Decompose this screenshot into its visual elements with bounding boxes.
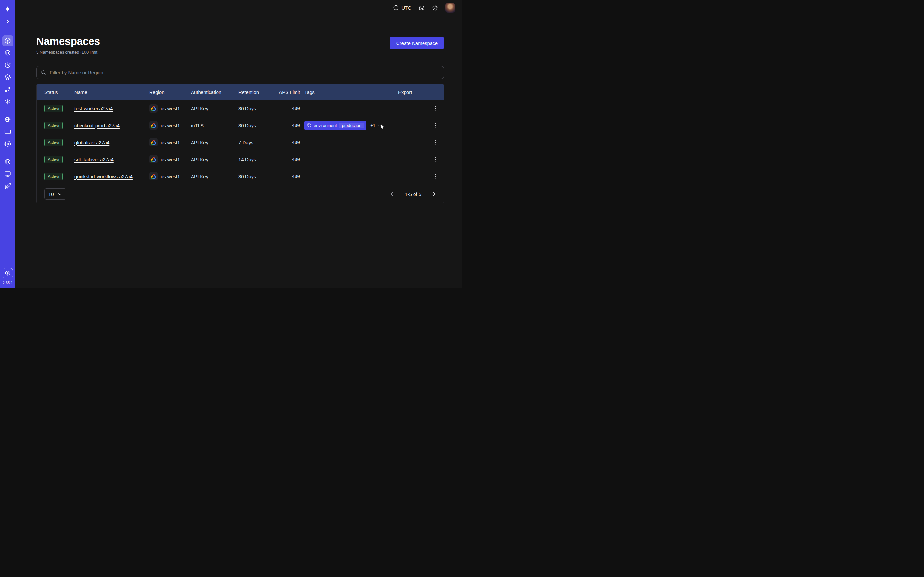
arrow-left-icon bbox=[390, 191, 397, 197]
row-menu-button[interactable] bbox=[431, 137, 441, 147]
retention-cell: 14 Days bbox=[238, 157, 276, 162]
aps-limit-cell: 400 bbox=[276, 157, 304, 162]
row-menu-button[interactable] bbox=[431, 121, 441, 130]
nav-support-button[interactable] bbox=[2, 156, 13, 167]
rocket-icon bbox=[5, 183, 11, 189]
auth-cell: API Key bbox=[191, 140, 238, 145]
tags-cell: environment production +1 bbox=[304, 121, 398, 130]
auth-cell: API Key bbox=[191, 157, 238, 162]
page-size-select[interactable]: 10 bbox=[44, 189, 66, 200]
nav-namespaces-button[interactable] bbox=[2, 35, 13, 46]
gcp-icon bbox=[149, 172, 158, 181]
tag-pill: environment production bbox=[304, 121, 367, 130]
pagination: 1-5 of 5 bbox=[390, 191, 436, 197]
table-footer: 10 1-5 of 5 bbox=[37, 185, 444, 203]
aps-limit-cell: 400 bbox=[276, 140, 304, 145]
nav-group-account bbox=[2, 113, 13, 150]
row-menu-button[interactable] bbox=[431, 103, 441, 113]
nav-globe-button[interactable] bbox=[2, 114, 13, 125]
page-content: Namespaces 5 Namespaces created (100 lim… bbox=[15, 15, 462, 203]
reader-mode-button[interactable] bbox=[418, 5, 425, 11]
filter-bar bbox=[36, 66, 444, 79]
column-header-region: Region bbox=[149, 89, 191, 95]
user-avatar[interactable] bbox=[445, 3, 455, 13]
create-namespace-button[interactable]: Create Namespace bbox=[390, 37, 444, 49]
target-icon bbox=[5, 50, 11, 56]
nav-group-support bbox=[2, 156, 13, 192]
region-cell: us-west1 bbox=[149, 104, 191, 113]
nav-history-button[interactable] bbox=[2, 60, 13, 71]
more-tags-button[interactable]: +1 bbox=[370, 123, 382, 128]
status-badge: Active bbox=[44, 139, 63, 146]
auth-cell: mTLS bbox=[191, 123, 238, 128]
gcp-icon bbox=[149, 104, 158, 113]
table-row: Active checkout-prod.a27a4 us-west1 mTLS… bbox=[37, 117, 444, 134]
tag-key: environment bbox=[314, 123, 337, 128]
namespace-link[interactable]: test-worker.a27a4 bbox=[74, 106, 113, 111]
nav-nexus-button[interactable] bbox=[2, 84, 13, 95]
auth-cell: API Key bbox=[191, 106, 238, 111]
timezone-label: UTC bbox=[401, 5, 411, 11]
namespace-link[interactable]: checkout-prod.a27a4 bbox=[74, 123, 120, 128]
theme-toggle-button[interactable] bbox=[432, 5, 438, 11]
search-input[interactable] bbox=[50, 70, 439, 75]
kebab-menu-icon bbox=[433, 173, 439, 179]
page-size-value: 10 bbox=[48, 191, 54, 197]
gear-icon bbox=[5, 141, 11, 147]
status-badge: Active bbox=[44, 122, 63, 129]
column-header-status: Status bbox=[44, 89, 74, 95]
table-row: Active globalizer.a27a4 us-west1 API Key… bbox=[37, 134, 444, 151]
page-header: Namespaces 5 Namespaces created (100 lim… bbox=[36, 35, 444, 55]
nav-billing-button[interactable] bbox=[2, 126, 13, 137]
region-cell: us-west1 bbox=[149, 172, 191, 181]
prev-page-button[interactable] bbox=[390, 191, 397, 197]
region-cell: us-west1 bbox=[149, 121, 191, 129]
temporal-logo-icon[interactable] bbox=[2, 4, 13, 15]
region-label: us-west1 bbox=[161, 140, 180, 145]
nav-layers-button[interactable] bbox=[2, 72, 13, 83]
row-menu-button[interactable] bbox=[431, 155, 441, 164]
export-cell: — bbox=[398, 106, 426, 111]
column-header-authentication: Authentication bbox=[191, 89, 238, 95]
nav-group-main bbox=[2, 35, 13, 108]
region-label: us-west1 bbox=[161, 106, 180, 111]
region-cell: us-west1 bbox=[149, 155, 191, 163]
nav-getting-started-button[interactable] bbox=[2, 181, 13, 192]
table-row: Active test-worker.a27a4 us-west1 API Ke… bbox=[37, 100, 444, 117]
globe-icon bbox=[5, 116, 11, 123]
dollar-coin-icon bbox=[5, 270, 11, 276]
sidebar-bottom: 2.35.1 bbox=[3, 268, 13, 285]
status-badge: Active bbox=[44, 156, 63, 163]
more-tags-count: +1 bbox=[370, 123, 375, 128]
expand-sidebar-button[interactable] bbox=[2, 16, 13, 27]
timezone-selector[interactable]: UTC bbox=[393, 5, 411, 11]
namespace-link[interactable]: quickstart-workflows.a27a4 bbox=[74, 174, 132, 179]
export-cell: — bbox=[398, 174, 426, 179]
nav-monitor-button[interactable] bbox=[2, 169, 13, 179]
aps-limit-cell: 400 bbox=[276, 123, 304, 128]
sun-icon bbox=[432, 5, 438, 11]
next-page-button[interactable] bbox=[430, 191, 436, 197]
kebab-menu-icon bbox=[433, 122, 439, 128]
region-cell: us-west1 bbox=[149, 138, 191, 147]
sidebar: 2.35.1 bbox=[0, 0, 15, 288]
arrow-right-icon bbox=[430, 191, 436, 197]
chevron-right-icon bbox=[5, 19, 11, 24]
nav-batch-button[interactable] bbox=[2, 96, 13, 107]
auth-cell: API Key bbox=[191, 174, 238, 179]
page-title: Namespaces bbox=[36, 35, 100, 47]
column-header-export: Export bbox=[398, 89, 426, 95]
namespace-link[interactable]: globalizer.a27a4 bbox=[74, 140, 110, 145]
nav-target-button[interactable] bbox=[2, 47, 13, 58]
lifebuoy-icon bbox=[5, 159, 11, 165]
gcp-icon bbox=[149, 155, 158, 163]
history-clock-icon bbox=[5, 62, 11, 68]
namespace-link[interactable]: sdk-failover.a27a4 bbox=[74, 157, 113, 162]
row-menu-button[interactable] bbox=[431, 171, 441, 181]
region-label: us-west1 bbox=[161, 174, 180, 179]
topbar: UTC bbox=[15, 0, 462, 15]
nav-settings-button[interactable] bbox=[2, 139, 13, 149]
usage-cost-button[interactable] bbox=[3, 268, 13, 278]
gcp-icon bbox=[149, 138, 158, 147]
table-header-row: Status Name Region Authentication Retent… bbox=[37, 84, 444, 100]
